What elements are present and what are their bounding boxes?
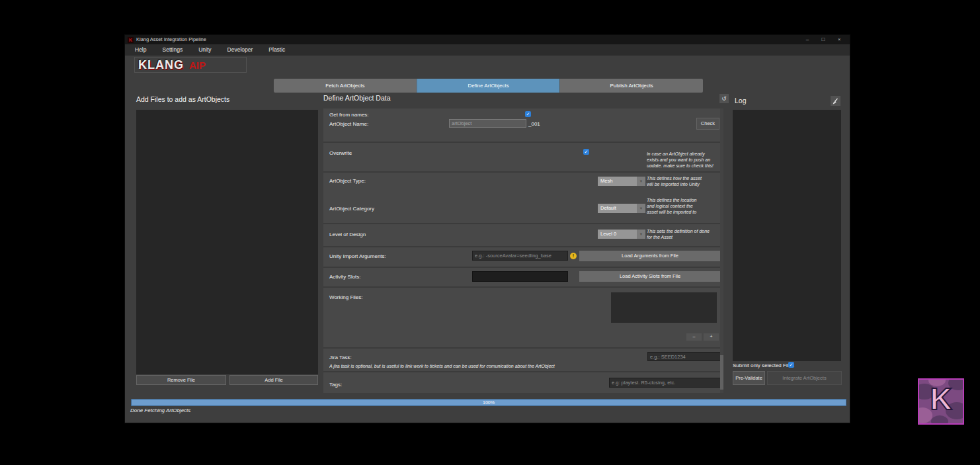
broom-icon	[832, 98, 839, 105]
jira-task-label: Jira Task:	[329, 355, 352, 360]
load-activity-slots-button[interactable]: Load Activity Slots from File	[579, 271, 721, 282]
title-bar: K Klang Asset Integration Pipeline – □ ×	[125, 35, 850, 44]
reset-form-button[interactable]: ↺	[719, 94, 729, 103]
artobject-category-note: This defines the location and logical co…	[647, 197, 702, 215]
divider	[323, 142, 723, 143]
submit-only-selected-checkbox[interactable]: ✓	[788, 362, 794, 368]
integrate-artobjects-button[interactable]: Integrate ArtObjects	[767, 371, 842, 385]
divider	[323, 371, 723, 372]
menu-item-plastic[interactable]: Plastic	[261, 44, 293, 56]
klang-badge: K	[918, 378, 964, 425]
unity-import-arguments-input[interactable]	[472, 251, 568, 261]
tab-publish-artobjects[interactable]: Publish ArtObjects	[559, 79, 703, 93]
artobject-type-note: This defines how the asset will be impor…	[647, 175, 702, 187]
app-logo: KLANG AIP	[134, 57, 247, 73]
status-message: Done Fetching ArtObjects	[130, 407, 190, 413]
level-of-design-dropdown[interactable]: Level 0 ▾	[598, 230, 645, 239]
form-scrollbar[interactable]	[720, 108, 723, 393]
maximize-button[interactable]: □	[815, 35, 831, 44]
menu-item-help[interactable]: Help	[127, 44, 154, 56]
jira-task-note: A jira task is optional, but is useful t…	[329, 363, 700, 369]
add-file-button[interactable]: Add File	[229, 375, 318, 385]
submit-only-selected-label: Submit only selected Files	[733, 362, 794, 368]
pre-validate-button[interactable]: Pre-Validate	[733, 371, 765, 385]
check-button[interactable]: Check	[696, 118, 719, 130]
progress-bar: 100%	[131, 399, 846, 406]
menu-item-developer[interactable]: Developer	[220, 44, 261, 56]
activity-slots-input[interactable]	[472, 271, 568, 282]
artobject-category-dropdown[interactable]: Default ▾	[598, 204, 645, 213]
badge-pattern	[931, 415, 948, 425]
overwrite-label: Overwrite	[329, 150, 352, 156]
divider	[323, 246, 723, 247]
remove-file-button[interactable]: Remove File	[136, 375, 226, 385]
clear-log-button[interactable]	[831, 96, 840, 106]
divider	[323, 286, 723, 288]
menu-item-unity[interactable]: Unity	[190, 44, 219, 56]
divider	[323, 347, 723, 349]
level-of-design-label: Level of Design	[329, 232, 366, 237]
divider	[323, 223, 723, 224]
level-of-design-note: This sets the definition of done for the…	[647, 228, 713, 240]
artobject-type-value: Mesh	[598, 177, 637, 186]
remove-working-file-button[interactable]: –	[686, 333, 702, 341]
artobject-name-suffix: _001	[528, 121, 540, 127]
artobject-type-label: ArtObject Type:	[329, 178, 366, 184]
get-from-names-checkbox[interactable]: ✓	[525, 111, 531, 117]
divider	[323, 171, 723, 173]
artobject-name-label: ArtObject Name:	[329, 121, 368, 127]
menu-bar: Help Settings Unity Developer Plastic	[125, 44, 850, 56]
app-icon: K	[128, 37, 134, 43]
log-output	[733, 110, 841, 361]
klang-k-letter: K	[919, 381, 963, 417]
window-title: Klang Asset Integration Pipeline	[136, 35, 206, 44]
level-of-design-value: Level 0	[598, 230, 637, 239]
file-list[interactable]	[136, 110, 318, 374]
refresh-icon: ↺	[721, 95, 727, 102]
divider	[323, 267, 723, 268]
app-window: K Klang Asset Integration Pipeline – □ ×…	[124, 34, 850, 423]
progress-label: 100%	[132, 400, 846, 405]
tags-input[interactable]	[609, 378, 721, 388]
tab-fetch-artobjects[interactable]: Fetch ArtObjects	[274, 79, 417, 93]
tab-bar: Fetch ArtObjects Define ArtObjects Publi…	[274, 79, 703, 93]
jira-task-input[interactable]	[647, 352, 721, 361]
unity-import-arguments-label: Unity Import Arguments:	[329, 253, 386, 259]
tags-label: Tags:	[329, 382, 342, 388]
define-artobject-title: Define ArtObject Data	[323, 94, 391, 102]
add-working-file-button[interactable]: +	[704, 333, 719, 341]
klang-logo-text: KLANG	[138, 58, 184, 72]
artobject-category-label: ArtObject Category	[329, 206, 374, 212]
working-files-label: Working Files:	[329, 294, 363, 300]
chevron-down-icon: ▾	[637, 177, 645, 186]
activity-slots-label: Activity Slots:	[329, 274, 361, 280]
artobject-type-dropdown[interactable]: Mesh ▾	[598, 177, 645, 186]
chevron-down-icon: ▾	[637, 204, 645, 213]
working-files-list[interactable]	[611, 292, 717, 323]
define-artobject-form: Get from names: ✓ ArtObject Name: _001 C…	[323, 108, 723, 393]
close-button[interactable]: ×	[831, 35, 847, 44]
desktop-background: K Klang Asset Integration Pipeline – □ ×…	[0, 0, 980, 465]
chevron-down-icon: ▾	[637, 230, 645, 239]
menu-item-settings[interactable]: Settings	[154, 44, 190, 56]
minimize-button[interactable]: –	[799, 35, 815, 44]
log-panel-title: Log	[735, 97, 747, 105]
overwrite-checkbox[interactable]: ✓	[583, 149, 589, 155]
artobject-name-input[interactable]	[449, 119, 526, 128]
load-arguments-button[interactable]: Load Arguments from File	[579, 251, 721, 261]
tab-define-artobjects[interactable]: Define ArtObjects	[417, 79, 560, 93]
aip-logo-text: AIP	[189, 60, 206, 71]
warning-icon[interactable]: !	[570, 253, 577, 259]
overwrite-note: in case an ArtObject already exists and …	[647, 151, 715, 167]
add-files-panel-title: Add Files to add as ArtObjects	[136, 95, 229, 103]
artobject-category-value: Default	[598, 204, 637, 213]
window-controls: – □ ×	[799, 35, 847, 44]
get-from-names-label: Get from names:	[329, 112, 369, 118]
form-scrollbar-thumb[interactable]	[720, 355, 723, 390]
